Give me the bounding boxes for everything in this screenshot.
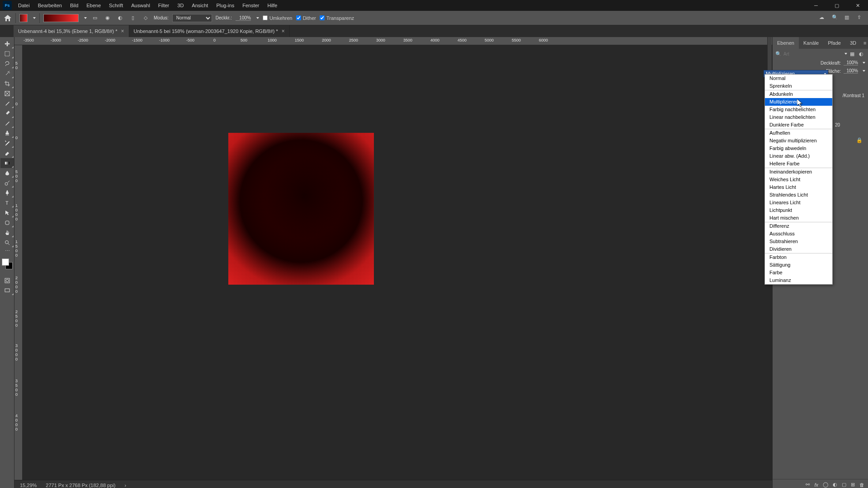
doc-info[interactable]: 2771 Px x 2768 Px (182,88 ppi) [46,483,115,488]
shape-tool[interactable] [0,218,14,228]
filter-adjust-icon[interactable]: ◐ [858,51,864,57]
doc-tab-active[interactable]: Unbenannt-4 bei 15,3% (Ebene 1, RGB/8#) … [14,25,129,37]
menu-filter[interactable]: Filter [155,1,173,10]
heal-tool[interactable] [0,108,14,118]
blend-option[interactable]: Dunklere Farbe [765,121,832,129]
brush-tool[interactable] [0,118,14,128]
frame-tool[interactable] [0,89,14,99]
close-icon[interactable]: × [121,28,124,34]
blend-option[interactable]: Farbton [765,253,832,261]
menu-schrift[interactable]: Schrift [105,1,127,10]
foreground-color-swatch[interactable] [2,258,9,266]
gradient-preview[interactable] [43,14,79,22]
gradient-radial-icon[interactable]: ◉ [103,14,112,23]
blend-option[interactable]: Aufhellen [765,129,832,137]
blend-option[interactable]: Farbig abwedeln [765,145,832,152]
panel-tab-kanäle[interactable]: Kanäle [799,37,823,49]
color-swatches[interactable] [0,258,14,273]
group-icon[interactable]: ▢ [842,482,846,488]
history-brush-tool[interactable] [0,138,14,148]
blend-option[interactable]: Linear nachbelichten [765,113,832,121]
mask-icon[interactable]: ◯ [823,482,828,488]
workspace-icon[interactable]: ▥ [844,14,852,22]
blend-option[interactable]: Hellere Farbe [765,160,832,168]
trash-icon[interactable]: 🗑 [859,482,864,488]
blend-option[interactable]: Hartes Licht [765,183,832,191]
blend-option[interactable]: Dividieren [765,245,832,253]
panel-tab-pfade[interactable]: Pfade [823,37,845,49]
home-icon[interactable] [4,14,12,22]
minimize-button[interactable]: ─ [806,0,826,11]
edit-toolbar[interactable]: ⋯ [0,248,14,254]
pen-tool[interactable] [0,188,14,198]
filter-pixel-icon[interactable]: ▦ [849,51,855,57]
blend-option[interactable]: Lineares Licht [765,199,832,206]
dither-checkbox[interactable]: Dither [296,15,316,21]
layer-fill-input[interactable] [844,68,858,74]
blend-option[interactable]: Sprenkeln [765,82,832,90]
gradient-reflected-icon[interactable]: ▯ [128,14,137,23]
blend-option[interactable]: Ineinanderkopieren [765,168,832,176]
blend-option[interactable]: Hart mischen [765,214,832,222]
menu-plug-ins[interactable]: Plug-ins [212,1,238,10]
transparenz-checkbox[interactable]: Transparenz [320,15,354,21]
zoom-level[interactable]: 15,29% [20,483,37,488]
panel-tab-3d[interactable]: 3D [845,37,861,49]
blend-option[interactable]: Lichtpunkt [765,206,832,214]
fx-icon[interactable]: fx [814,482,818,488]
blend-option[interactable]: Luminanz [765,277,832,284]
marquee-tool[interactable] [0,49,14,59]
menu-datei[interactable]: Datei [14,1,33,10]
menu-bearbeiten[interactable]: Bearbeiten [34,1,66,10]
panel-tab-ebenen[interactable]: Ebenen [773,37,799,49]
link-layers-icon[interactable]: ⚯ [806,482,810,488]
blend-option[interactable]: Weiches Licht [765,176,832,183]
wand-tool[interactable] [0,69,14,79]
modus-select[interactable]: Normal [172,14,212,22]
gradient-angle-icon[interactable]: ◐ [116,14,125,23]
gradient-diamond-icon[interactable]: ◇ [141,14,150,23]
status-caret[interactable]: › [124,483,126,488]
crop-tool[interactable] [0,79,14,89]
blend-option[interactable]: Linear abw. (Add.) [765,152,832,160]
blend-option[interactable]: Abdunkeln [765,90,832,98]
blend-option[interactable]: Multiplizieren [765,98,832,106]
adjustment-icon[interactable]: ◐ [833,482,837,488]
blend-option[interactable]: Normal [765,75,832,82]
blend-option[interactable]: Farbig nachbelichten [765,106,832,113]
search-icon[interactable]: 🔍 [775,51,782,57]
menu-hilfe[interactable]: Hilfe [264,1,281,10]
menu-3d[interactable]: 3D [174,1,187,10]
layer-filter-input[interactable] [783,52,841,56]
menu-bild[interactable]: Bild [66,1,82,10]
blend-option[interactable]: Farbe [765,269,832,277]
share-icon[interactable]: ⇧ [857,14,864,22]
layer-opacity-input[interactable] [844,60,858,66]
blend-option[interactable]: Sättigung [765,261,832,269]
blend-option[interactable]: Strahlendes Licht [765,191,832,199]
gradient-linear-icon[interactable]: ▭ [90,14,99,23]
menu-auswahl[interactable]: Auswahl [127,1,154,10]
blur-tool[interactable] [0,168,14,178]
screenmode-icon[interactable] [0,286,14,296]
blend-option[interactable]: Subtrahieren [765,238,832,245]
blend-mode-dropdown[interactable]: NormalSprenkelnAbdunkelnMultiplizierenFa… [764,74,833,285]
umkehren-checkbox[interactable]: Umkehren [263,15,292,21]
close-icon[interactable]: × [282,28,285,34]
hand-tool[interactable] [0,228,14,238]
doc-tab-inactive[interactable]: Unbenannt-5 bei 158% (woman-2003647_1920… [129,25,290,37]
maximize-button[interactable]: ▢ [826,0,847,11]
path-select-tool[interactable] [0,208,14,218]
canvas[interactable] [23,45,772,480]
menu-ansicht[interactable]: Ansicht [188,1,212,10]
blend-option[interactable]: Negativ multiplizieren [765,137,832,145]
new-layer-icon[interactable]: ⊞ [851,482,855,488]
move-tool[interactable] [0,39,14,49]
gradient-picker-swatch[interactable] [19,14,28,22]
menu-ebene[interactable]: Ebene [83,1,104,10]
dodge-tool[interactable] [0,178,14,188]
zoom-tool[interactable] [0,238,14,248]
menu-fenster[interactable]: Fenster [239,1,263,10]
stamp-tool[interactable] [0,128,14,138]
type-tool[interactable]: T [0,198,14,208]
